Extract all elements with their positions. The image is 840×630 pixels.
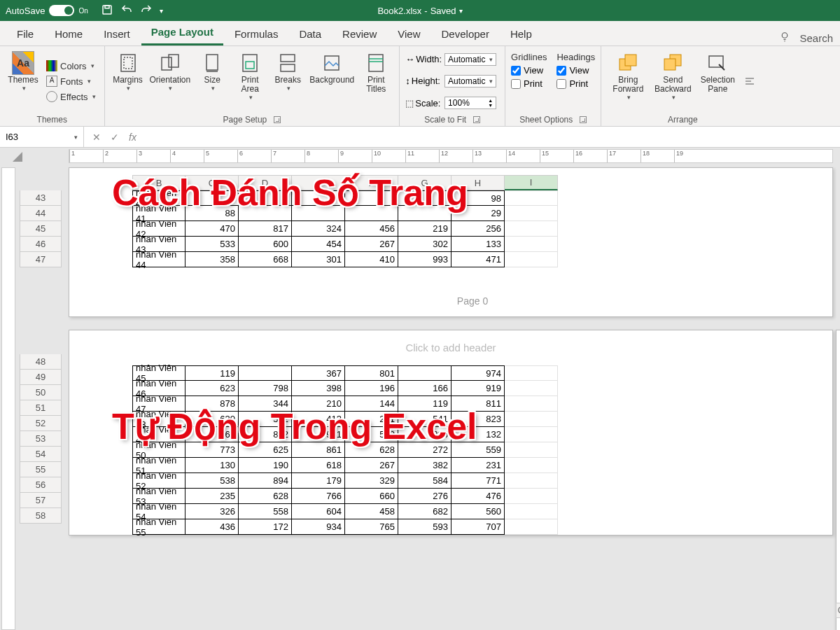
cell[interactable]: 267 <box>345 237 398 252</box>
align-button[interactable] <box>741 74 758 88</box>
cell[interactable] <box>186 190 239 206</box>
cell[interactable]: 707 <box>451 519 505 535</box>
page-header-placeholder[interactable]: Click to add header <box>69 342 832 354</box>
themes-button[interactable]: Aa Themes ▾ <box>6 49 41 113</box>
cell[interactable]: 301 <box>292 252 345 267</box>
cell[interactable] <box>239 206 292 221</box>
print-area-button[interactable]: Print Area▾ <box>232 49 267 113</box>
gridlines-print-check[interactable]: Print <box>511 78 547 89</box>
tab-page-layout[interactable]: Page Layout <box>141 20 223 46</box>
cell[interactable]: 29 <box>451 206 505 221</box>
cell[interactable]: 172 <box>239 519 292 535</box>
cell[interactable] <box>505 427 558 442</box>
cell[interactable] <box>505 206 558 221</box>
cell[interactable] <box>505 504 558 519</box>
scale-spinner[interactable]: 100%▲▼ <box>444 97 496 109</box>
cell[interactable]: 600 <box>239 237 292 252</box>
cell[interactable] <box>505 365 558 381</box>
column-header-D[interactable]: D <box>239 175 292 190</box>
name-box[interactable]: I63▾ <box>0 127 84 147</box>
cell[interactable] <box>239 365 292 381</box>
cell[interactable]: 623 <box>186 381 239 396</box>
row-header-53[interactable]: 53 <box>20 431 62 447</box>
scale-launcher[interactable] <box>473 116 480 123</box>
page-footer[interactable]: Page 0 <box>132 295 813 307</box>
cell[interactable]: 593 <box>398 519 451 535</box>
cell[interactable]: nhân Viên 44 <box>132 252 186 267</box>
cell[interactable]: 773 <box>186 442 239 458</box>
cell[interactable]: 276 <box>398 489 451 504</box>
cell[interactable]: 628 <box>239 489 292 504</box>
cell[interactable]: 801 <box>345 365 398 381</box>
cancel-icon[interactable]: ✕ <box>92 132 101 143</box>
cell[interactable]: 119 <box>398 396 451 412</box>
cell[interactable]: 625 <box>239 442 292 458</box>
tab-help[interactable]: Help <box>500 22 542 46</box>
cell[interactable] <box>398 206 451 221</box>
row-header-49[interactable]: 49 <box>20 370 62 385</box>
cell[interactable]: 974 <box>451 365 505 381</box>
background-button[interactable]: Background <box>308 49 356 113</box>
cell[interactable]: 662 <box>186 427 239 442</box>
autosave-toggle[interactable]: AutoSave On <box>6 5 88 16</box>
tab-review[interactable]: Review <box>332 22 386 46</box>
cell[interactable]: 329 <box>345 473 398 489</box>
cell[interactable]: 872 <box>239 427 292 442</box>
cell[interactable]: 878 <box>186 396 239 412</box>
cell[interactable] <box>505 190 558 206</box>
cell[interactable]: 941 <box>292 427 345 442</box>
cell[interactable]: 144 <box>345 396 398 412</box>
cell[interactable]: 367 <box>292 365 345 381</box>
cell[interactable] <box>505 442 558 458</box>
cell[interactable] <box>505 237 558 252</box>
cell[interactable]: 458 <box>345 504 398 519</box>
cell[interactable]: 344 <box>239 396 292 412</box>
toggle-switch-icon[interactable] <box>49 5 74 16</box>
cell[interactable]: 993 <box>398 252 451 267</box>
formula-input[interactable] <box>145 127 840 147</box>
row-header-54[interactable]: 54 <box>20 447 62 462</box>
cell[interactable]: 98 <box>451 190 505 206</box>
headings-print-check[interactable]: Print <box>556 78 595 89</box>
height-dropdown[interactable]: Automatic▾ <box>444 75 496 88</box>
cell[interactable]: 413 <box>292 412 345 427</box>
title-dropdown-icon[interactable]: ▾ <box>459 7 463 15</box>
cell[interactable] <box>505 252 558 267</box>
row-header-43[interactable]: 43 <box>20 190 62 206</box>
column-header-E[interactable]: E <box>292 175 345 190</box>
print-titles-button[interactable]: Print Titles <box>358 49 393 113</box>
cell[interactable]: 894 <box>239 473 292 489</box>
cell[interactable] <box>505 396 558 412</box>
cell[interactable]: 256 <box>451 221 505 237</box>
cell[interactable]: 618 <box>292 458 345 473</box>
cell[interactable]: 628 <box>345 442 398 458</box>
cell[interactable]: 358 <box>186 252 239 267</box>
tab-home[interactable]: Home <box>45 22 92 46</box>
cell[interactable]: 196 <box>345 381 398 396</box>
cell[interactable] <box>398 365 451 381</box>
cell[interactable] <box>505 381 558 396</box>
tab-developer[interactable]: Developer <box>432 22 499 46</box>
tab-view[interactable]: View <box>388 22 430 46</box>
cell[interactable]: 119 <box>186 365 239 381</box>
tab-file[interactable]: File <box>7 22 43 46</box>
margins-button[interactable]: Margins▾ <box>111 49 146 113</box>
cell[interactable] <box>505 458 558 473</box>
qat-customize-icon[interactable]: ▾ <box>160 7 163 15</box>
cell[interactable]: 130 <box>186 458 239 473</box>
row-header-52[interactable]: 52 <box>20 416 62 431</box>
cell[interactable] <box>505 519 558 535</box>
gridlines-view-check[interactable]: View <box>511 65 547 76</box>
side-column-header[interactable]: C <box>836 603 840 618</box>
cell[interactable]: 436 <box>186 519 239 535</box>
cell[interactable]: 454 <box>292 237 345 252</box>
cell[interactable]: 682 <box>398 504 451 519</box>
cell[interactable]: 382 <box>398 458 451 473</box>
redo-icon[interactable] <box>140 4 153 18</box>
row-header-51[interactable]: 51 <box>20 400 62 416</box>
cell[interactable]: 267 <box>345 458 398 473</box>
selection-pane-button[interactable]: Selection Pane <box>696 49 738 113</box>
column-header-H[interactable]: H <box>451 175 505 190</box>
row-header-56[interactable]: 56 <box>20 477 62 493</box>
effects-button[interactable]: Effects▾ <box>43 90 99 104</box>
